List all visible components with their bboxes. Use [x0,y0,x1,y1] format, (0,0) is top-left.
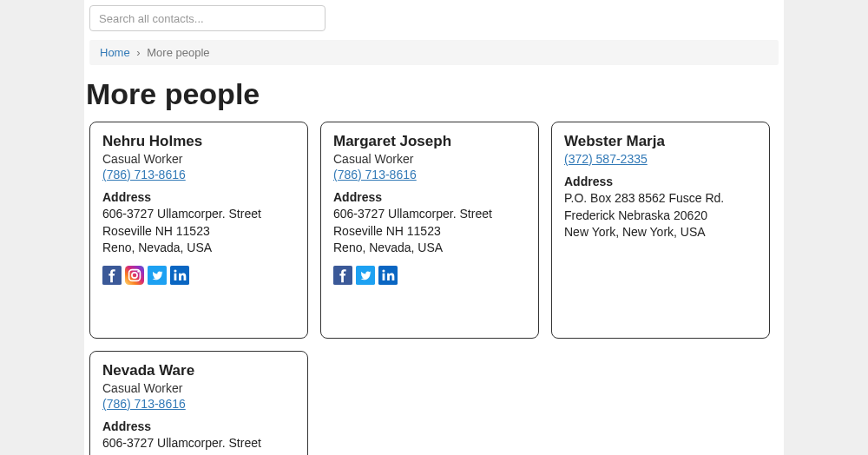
svg-point-13 [382,269,385,272]
address-line: P.O. Box 283 8562 Fusce Rd. [564,190,757,208]
address-label: Address [102,419,295,433]
contact-card: Nevada WareCasual Worker(786) 713-8616Ad… [89,351,308,455]
svg-rect-12 [383,273,385,280]
address-line: New York, New York, USA [564,224,757,241]
social-links [102,266,295,285]
page-title: More people [86,77,784,111]
svg-point-4 [137,271,139,273]
contact-name: Margaret Joseph [333,133,526,150]
twitter-icon[interactable] [356,266,375,285]
svg-rect-7 [174,273,177,280]
contact-phone[interactable]: (786) 713-8616 [102,168,186,181]
contact-name: Webster Marja [564,133,757,150]
contact-name: Nehru Holmes [102,133,295,150]
contact-role: Casual Worker [102,381,295,395]
search-input[interactable] [89,5,326,31]
contact-card: Margaret JosephCasual Worker(786) 713-86… [320,122,539,339]
breadcrumb-separator: › [136,46,140,59]
address-line: Frederick Nebraska 20620 [564,208,757,225]
instagram-icon[interactable] [125,266,144,285]
address-line: 606-3727 Ullamcorper. Street [333,206,526,223]
breadcrumb-home[interactable]: Home [100,46,130,59]
social-links [333,266,526,285]
twitter-icon[interactable] [148,266,167,285]
svg-point-8 [174,269,176,272]
address-line: 606-3727 Ullamcorper. Street [102,206,295,223]
linkedin-icon[interactable] [378,266,398,285]
contact-phone[interactable]: (786) 713-8616 [333,168,417,181]
address-line: Reno, Nevada, USA [102,240,295,257]
contact-card: Webster Marja(372) 587-2335AddressP.O. B… [551,122,770,339]
svg-rect-1 [125,266,144,285]
facebook-icon[interactable] [333,266,352,285]
address-line: Roseville NH 11523 [333,223,526,241]
address-label: Address [333,190,526,204]
address-line: Roseville NH 11523 [102,452,295,455]
address-label: Address [564,175,757,188]
contact-role: Casual Worker [102,152,295,166]
address-line: 606-3727 Ullamcorper. Street [102,435,295,452]
breadcrumb: Home › More people [89,40,779,65]
contact-name: Nevada Ware [102,362,295,379]
contact-phone[interactable]: (786) 713-8616 [102,397,186,411]
breadcrumb-current: More people [147,46,209,59]
address-line: Roseville NH 11523 [102,223,295,241]
address-label: Address [102,190,295,204]
contact-phone[interactable]: (372) 587-2335 [564,152,648,166]
contact-role: Casual Worker [333,152,526,166]
facebook-icon[interactable] [102,266,122,285]
contact-card: Nehru HolmesCasual Worker(786) 713-8616A… [89,122,308,339]
linkedin-icon[interactable] [170,266,189,285]
address-line: Reno, Nevada, USA [333,240,526,257]
